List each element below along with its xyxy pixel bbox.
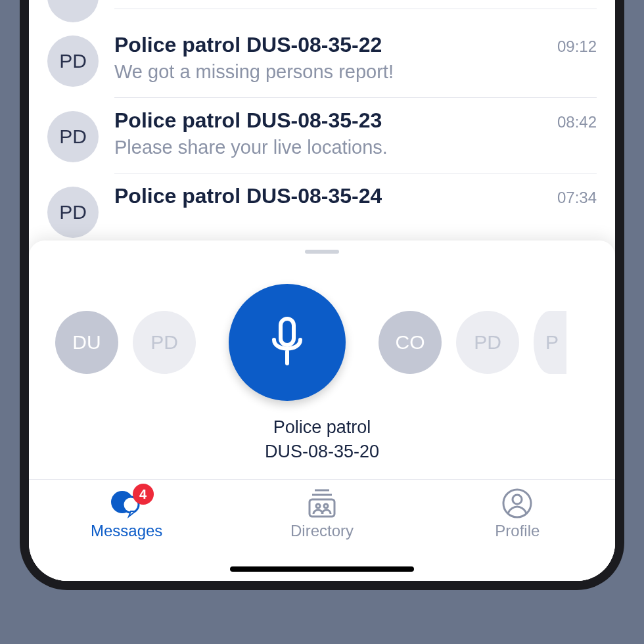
- svg-point-8: [324, 504, 328, 508]
- profile-icon: [499, 488, 535, 519]
- chat-row[interactable]: Here is the handover protocol from…: [29, 0, 615, 22]
- svg-rect-0: [281, 319, 294, 345]
- messages-icon: 4: [109, 488, 145, 519]
- avatar: PD: [47, 35, 99, 87]
- chat-time: 08:42: [557, 113, 597, 131]
- tab-profile[interactable]: Profile: [420, 480, 615, 581]
- chat-preview: Please share your live locations.: [114, 137, 597, 158]
- microphone-icon: [267, 316, 307, 369]
- directory-icon: [304, 488, 340, 519]
- tab-directory[interactable]: Directory: [224, 480, 419, 581]
- tab-label: Profile: [495, 522, 540, 540]
- home-indicator[interactable]: [230, 566, 414, 572]
- chat-row[interactable]: PD Police patrol DUS-08-35-23 08:42 Plea…: [29, 98, 615, 173]
- contact-bubble[interactable]: PD: [456, 311, 519, 374]
- chat-row[interactable]: PD Police patrol DUS-08-35-22 09:12 We g…: [29, 22, 615, 98]
- avatar: PD: [47, 111, 99, 162]
- push-to-talk-button[interactable]: [229, 284, 346, 401]
- tab-bar: 4 Messages Directory: [29, 479, 615, 581]
- chat-title: Police patrol DUS-08-35-24: [114, 184, 382, 208]
- contact-bubble[interactable]: PD: [133, 311, 196, 374]
- chat-row[interactable]: PD Police patrol DUS-08-35-24 07:34: [29, 173, 615, 238]
- tab-label: Messages: [91, 522, 162, 540]
- svg-point-7: [316, 504, 320, 508]
- avatar: PD: [47, 187, 99, 238]
- chat-title: Police patrol DUS-08-35-22: [114, 33, 382, 57]
- chat-list: Here is the handover protocol from… PD P…: [29, 0, 615, 238]
- svg-point-10: [513, 495, 522, 504]
- ptt-selected-label: Police patrol DUS-08-35-20: [29, 415, 615, 463]
- messages-badge: 4: [133, 484, 154, 505]
- avatar: [47, 0, 99, 22]
- chat-time: 09:12: [557, 37, 597, 56]
- chat-title: Police patrol DUS-08-35-23: [114, 108, 382, 133]
- screen: Here is the handover protocol from… PD P…: [29, 0, 615, 581]
- contact-bubble[interactable]: DU: [55, 311, 118, 374]
- sheet-grabber[interactable]: [305, 250, 339, 254]
- ptt-carousel[interactable]: DU PD CO PD P: [29, 283, 615, 402]
- phone-frame: Here is the handover protocol from… PD P…: [20, 0, 624, 590]
- contact-bubble[interactable]: P: [534, 311, 566, 374]
- tab-messages[interactable]: 4 Messages: [29, 480, 224, 581]
- contact-bubble[interactable]: CO: [379, 311, 442, 374]
- ptt-sheet: DU PD CO PD P Police patrol DUS-08-35-20: [29, 241, 615, 479]
- chat-preview: We got a missing persons report!: [114, 61, 597, 83]
- chat-time: 07:34: [557, 189, 597, 207]
- svg-rect-6: [310, 499, 334, 517]
- tab-label: Directory: [290, 522, 354, 540]
